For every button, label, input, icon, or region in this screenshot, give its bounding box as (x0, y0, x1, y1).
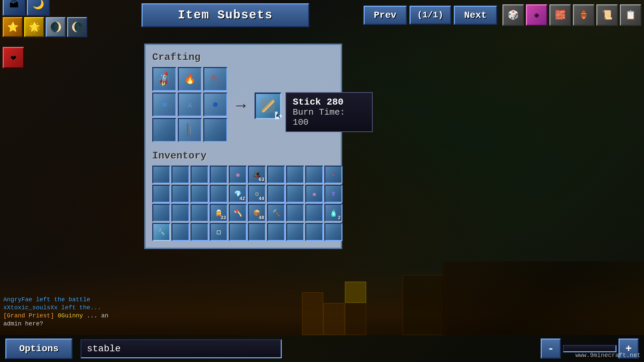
top-icon-star[interactable]: ⭐ (3, 17, 23, 37)
title-panel: Item Subsets (142, 3, 309, 27)
inv-cell-3[interactable] (210, 166, 228, 184)
inventory-section: Inventory ❋ 🎩 63 ✦ (152, 150, 334, 241)
craft-cell-6[interactable] (152, 118, 176, 142)
top-icons-right: 🎲 ❋ 🧱 🏺 📜 📋 (500, 2, 644, 28)
inv-cell-12[interactable] (191, 185, 209, 203)
craft-cell-2[interactable]: ⛏ (203, 67, 227, 91)
right-icon-vase[interactable]: 🏺 (573, 4, 594, 26)
craft-cell-1[interactable]: 🔥 (178, 67, 202, 91)
inv-count-23: 33 (220, 215, 226, 221)
tooltip-title: Stick 280 (293, 97, 365, 107)
inv-cell-22[interactable] (191, 204, 209, 222)
crafting-title: Crafting (152, 52, 334, 63)
inv-cell-5[interactable]: 🎩 63 (248, 166, 266, 184)
nav-buttons: Prev (1/1) Next (361, 3, 500, 27)
inv-cell-15[interactable]: ⚙ 44 (248, 185, 266, 203)
options-button[interactable]: Options (5, 339, 72, 359)
crafting-grid: 🚀 🔥 ⛏ ● ⚔ ● | (152, 67, 227, 142)
page-indicator: (1/1) (410, 6, 451, 24)
next-button[interactable]: Next (454, 6, 497, 25)
craft-section: 🚀 🔥 ⛏ ● ⚔ ● | (152, 67, 334, 145)
result-slot[interactable]: ▲ Stick 280 Burn Time: 100 (255, 93, 281, 119)
inv-cell-39[interactable] (324, 223, 342, 241)
top-bar: 🏔 🌙 ⭐ 🌟 🌒 🌘 Item Subsets Prev (1/1) Next… (0, 0, 644, 30)
right-icon-block[interactable]: 🧱 (549, 4, 571, 26)
inv-cell-6[interactable] (267, 166, 285, 184)
inv-count-15: 44 (259, 196, 264, 201)
craft-cell-4[interactable]: ⚔ (178, 93, 202, 117)
heart-icon-btn[interactable]: ❤ (3, 47, 24, 68)
result-area: ▲ Stick 280 Burn Time: 100 (255, 93, 281, 119)
main-crafting-panel: Crafting 🚀 🔥 ⛏ ● ⚔ ● (144, 44, 342, 249)
inv-cell-2[interactable] (191, 166, 209, 184)
inv-cell-0[interactable] (152, 166, 170, 184)
title-bar: Item Subsets (90, 3, 361, 27)
chat-area: AngryFae left the battle xXtoxic_soulsXx… (3, 296, 144, 328)
inv-cell-4[interactable]: ❋ (229, 166, 247, 184)
inv-count-29: 2 (338, 215, 341, 221)
chat-line-1: xXtoxic_soulsXx left the... (3, 304, 144, 311)
prev-button[interactable]: Prev (364, 6, 407, 25)
inventory-grid: ❋ 🎩 63 ✦ 💎 42 ⚙ 44 (152, 166, 334, 241)
inv-cell-37[interactable] (286, 223, 304, 241)
inv-cell-27[interactable] (286, 204, 304, 222)
inv-count-5: 63 (259, 177, 264, 182)
craft-cell-3[interactable]: ● (152, 93, 176, 117)
inv-cell-9[interactable]: ✦ (324, 166, 342, 184)
top-icon-moon[interactable]: 🌙 (27, 0, 50, 16)
top-icon-moon2[interactable]: 🌒 (46, 17, 66, 37)
top-icon-moon3[interactable]: 🌘 (67, 17, 87, 37)
inv-cell-25[interactable]: 📦 48 (248, 204, 266, 222)
inv-cell-35[interactable] (248, 223, 266, 241)
inv-cell-30[interactable]: 🔧 (152, 223, 170, 241)
craft-cell-5[interactable]: ● (203, 93, 227, 117)
top-icon-sunstar[interactable]: 🌟 (24, 17, 44, 37)
inv-cell-33[interactable]: ◻ (210, 223, 228, 241)
inv-cell-20[interactable] (152, 204, 170, 222)
chat-line-0: AngryFae left the battle (3, 296, 144, 303)
inv-cell-19[interactable]: 🗡 (324, 185, 342, 203)
inv-cell-29[interactable]: 🧴 2 (324, 204, 342, 222)
inv-cell-16[interactable] (267, 185, 285, 203)
inv-cell-34[interactable] (229, 223, 247, 241)
inventory-title: Inventory (152, 150, 334, 162)
inv-count-14: 42 (239, 196, 245, 201)
count-display (563, 345, 616, 352)
craft-cell-8[interactable] (203, 118, 227, 142)
right-icon-scroll[interactable]: 📜 (596, 4, 618, 26)
top-icon-mountain[interactable]: 🏔 (3, 0, 25, 16)
minus-button[interactable]: - (541, 339, 561, 359)
right-icon-pink[interactable]: ❋ (526, 4, 547, 26)
inv-cell-32[interactable] (191, 223, 209, 241)
inv-cell-36[interactable] (267, 223, 285, 241)
inv-cell-8[interactable] (305, 166, 323, 184)
inv-cell-10[interactable] (152, 185, 170, 203)
chat-line-2: [Grand Priest] 0Guinny ... an (3, 312, 144, 319)
inv-cell-23[interactable]: 🧝 33 (210, 204, 228, 222)
inv-cell-24[interactable]: 🪓 (229, 204, 247, 222)
bottom-bar: Options - + (0, 335, 644, 362)
item-tooltip: Stick 280 Burn Time: 100 (285, 92, 373, 132)
inv-cell-26[interactable]: 🔨 (267, 204, 285, 222)
inv-cell-7[interactable] (286, 166, 304, 184)
page-title: Item Subsets (178, 8, 273, 22)
tooltip-detail: Burn Time: 100 (293, 107, 365, 127)
chat-line-3: admin here? (3, 320, 144, 327)
craft-cell-7[interactable]: | (178, 118, 202, 142)
inv-cell-13[interactable] (210, 185, 228, 203)
search-input[interactable] (80, 339, 282, 358)
inv-cell-38[interactable] (305, 223, 323, 241)
inv-cell-14[interactable]: 💎 42 (229, 185, 247, 203)
craft-cell-0[interactable]: 🚀 (152, 67, 176, 91)
inv-cell-1[interactable] (171, 166, 190, 184)
right-icon-cube[interactable]: 🎲 (502, 4, 524, 26)
inv-cell-11[interactable] (171, 185, 190, 203)
inv-cell-18[interactable]: ❋ (305, 185, 323, 203)
right-icon-clipboard[interactable]: 📋 (620, 4, 641, 26)
heart-icon-area: ❤ (3, 47, 24, 68)
inv-cell-31[interactable] (171, 223, 190, 241)
watermark: www.9minecraft.net (576, 352, 641, 359)
inv-cell-21[interactable] (171, 204, 190, 222)
inv-cell-17[interactable] (286, 185, 304, 203)
inv-cell-28[interactable] (305, 204, 323, 222)
